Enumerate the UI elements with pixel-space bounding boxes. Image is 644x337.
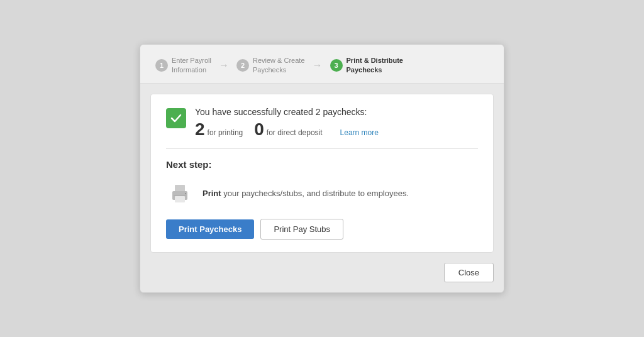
print-pay-stubs-button[interactable]: Print Pay Stubs: [260, 219, 343, 240]
success-text-block: You have successfully created 2 paycheck…: [195, 107, 478, 138]
buttons-row: Print Paychecks Print Pay Stubs: [166, 219, 478, 240]
next-step-heading: Next step:: [166, 159, 478, 170]
label-direct: for direct deposit: [267, 128, 323, 137]
next-step-bold: Print: [203, 189, 221, 198]
step-2: 2 Review & Create Paychecks: [236, 56, 305, 74]
main-content: You have successfully created 2 paycheck…: [150, 94, 494, 253]
step-2-circle: 2: [236, 59, 249, 72]
next-step-row: Print your paychecks/stubs, and distribu…: [166, 180, 478, 207]
svg-rect-4: [174, 195, 186, 196]
svg-rect-3: [185, 193, 186, 194]
print-paychecks-button[interactable]: Print Paychecks: [166, 219, 254, 239]
count-direct: 0: [254, 121, 264, 138]
step-3-label: Print & Distribute Paychecks: [347, 56, 403, 74]
step-1: 1 Enter Payroll Information: [155, 56, 211, 74]
divider: [166, 148, 478, 149]
svg-rect-2: [175, 196, 185, 202]
printer-icon: [166, 180, 194, 207]
step-2-label: Review & Create Paychecks: [253, 56, 305, 74]
step-3: 3 Print & Distribute Paychecks: [330, 56, 403, 74]
step-arrow-2: →: [313, 60, 323, 71]
learn-more-link[interactable]: Learn more: [340, 128, 379, 137]
modal-footer: Close: [140, 263, 504, 282]
step-1-label: Enter Payroll Information: [172, 56, 211, 74]
modal-container: 1 Enter Payroll Information → 2 Review &…: [140, 44, 504, 293]
close-button[interactable]: Close: [444, 263, 494, 282]
count-printing: 2: [195, 121, 205, 138]
next-step-desc: Print your paychecks/stubs, and distribu…: [203, 189, 409, 198]
success-title: You have successfully created 2 paycheck…: [195, 107, 478, 117]
step-1-circle: 1: [155, 59, 168, 72]
label-printing: for printing: [208, 128, 243, 137]
counts-row: 2 for printing 0 for direct deposit Lear…: [195, 121, 478, 138]
step-3-circle: 3: [330, 59, 343, 72]
next-step-rest: your paychecks/stubs, and distribute to …: [221, 189, 409, 198]
step-arrow-1: →: [219, 60, 229, 71]
success-icon: [166, 108, 186, 128]
success-row: You have successfully created 2 paycheck…: [166, 107, 478, 138]
stepper: 1 Enter Payroll Information → 2 Review &…: [140, 45, 504, 84]
